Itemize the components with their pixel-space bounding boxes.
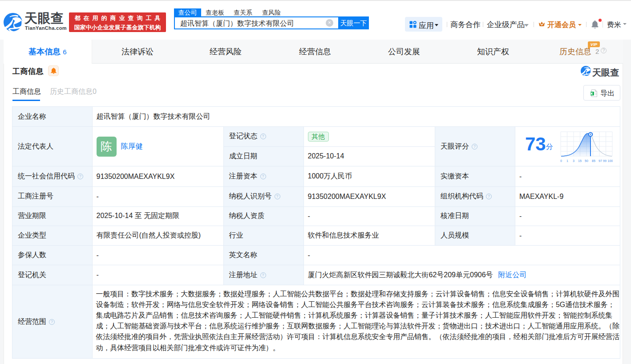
svg-text:99: 99 [603,159,607,162]
svg-text:1: 1 [566,159,568,162]
svg-text:50: 50 [585,159,588,162]
svg-text:3: 3 [573,159,574,162]
svg-text:85: 85 [592,159,595,162]
svg-text:0: 0 [560,159,562,162]
svg-text:97: 97 [599,159,602,162]
svg-text:100: 100 [607,159,613,162]
svg-text:15: 15 [578,159,582,162]
